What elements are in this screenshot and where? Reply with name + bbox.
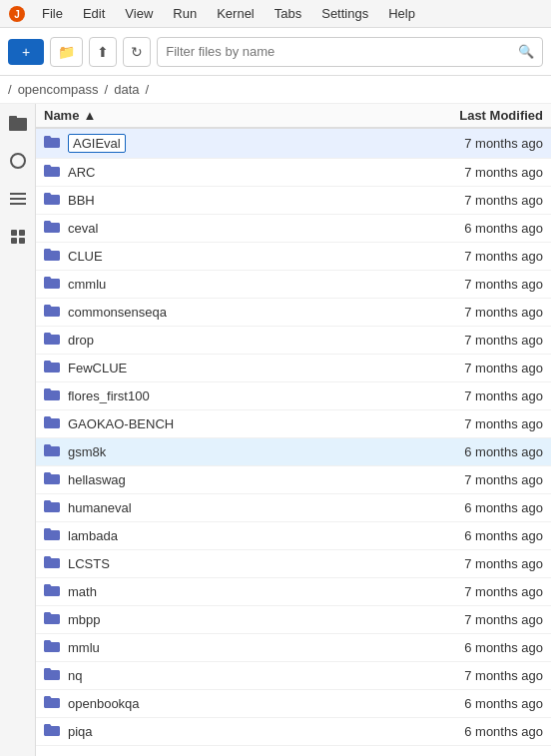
table-row[interactable]: AGIEval7 months ago xyxy=(36,129,551,159)
file-name-text[interactable]: AGIEval xyxy=(68,134,126,153)
table-row[interactable]: CLUE7 months ago xyxy=(36,243,551,271)
file-name-cell: ceval xyxy=(44,220,413,237)
table-row[interactable]: math7 months ago xyxy=(36,578,551,606)
sidebar-item-circle[interactable] xyxy=(7,150,29,172)
table-row[interactable]: drop7 months ago xyxy=(36,327,551,355)
sidebar-item-list[interactable] xyxy=(7,188,29,210)
file-name-text: GAOKAO-BENCH xyxy=(68,416,174,431)
plus-icon: + xyxy=(22,44,30,60)
menu-settings[interactable]: Settings xyxy=(317,4,372,23)
table-row[interactable]: nq7 months ago xyxy=(36,662,551,690)
svg-rect-8 xyxy=(11,230,17,236)
folder-icon xyxy=(44,332,60,349)
col-modified-header[interactable]: Last Modified xyxy=(413,108,543,123)
table-row[interactable]: openbookqa6 months ago xyxy=(36,690,551,718)
table-row[interactable]: commonsenseqa7 months ago xyxy=(36,299,551,327)
file-name-cell: FewCLUE xyxy=(44,360,413,377)
menu-run[interactable]: Run xyxy=(169,4,201,23)
file-list-container[interactable]: Name ▲ Last Modified AGIEval7 months ago… xyxy=(36,104,551,756)
svg-rect-3 xyxy=(9,116,17,119)
col-name-header[interactable]: Name ▲ xyxy=(44,108,413,123)
table-row[interactable]: GAOKAO-BENCH7 months ago xyxy=(36,410,551,438)
svg-rect-7 xyxy=(10,203,26,205)
file-rows: AGIEval7 months ago ARC7 months ago BBH7… xyxy=(36,129,551,746)
table-row[interactable]: ARC7 months ago xyxy=(36,159,551,187)
file-name-cell: GAOKAO-BENCH xyxy=(44,415,413,432)
new-button[interactable]: + xyxy=(8,39,44,65)
breadcrumb-root[interactable]: / xyxy=(8,82,12,97)
folder-icon xyxy=(44,639,60,656)
table-row[interactable]: piqa6 months ago xyxy=(36,718,551,746)
menu-file[interactable]: File xyxy=(38,4,67,23)
file-name-cell: LCSTS xyxy=(44,555,413,572)
file-name-cell: openbookqa xyxy=(44,695,413,712)
file-name-cell: mmlu xyxy=(44,639,413,656)
sort-icon: ▲ xyxy=(83,108,96,123)
file-name-text: LCSTS xyxy=(68,556,110,571)
svg-rect-6 xyxy=(10,198,26,200)
file-name-cell: math xyxy=(44,583,413,600)
sidebar-item-folder[interactable] xyxy=(7,112,29,134)
table-row[interactable]: BBH7 months ago xyxy=(36,187,551,215)
file-name-text: mbpp xyxy=(68,612,101,627)
table-row[interactable]: humaneval6 months ago xyxy=(36,494,551,522)
folder-icon xyxy=(44,415,60,432)
folder-icon xyxy=(44,611,60,628)
menu-kernel[interactable]: Kernel xyxy=(213,4,259,23)
file-name-cell: lambada xyxy=(44,527,413,544)
file-modified-cell: 7 months ago xyxy=(413,165,543,180)
file-name-text: humaneval xyxy=(68,500,132,515)
app-logo: J xyxy=(8,5,26,23)
file-modified-cell: 6 months ago xyxy=(413,528,543,543)
breadcrumb-opencompass[interactable]: opencompass xyxy=(18,82,99,97)
table-row[interactable]: mbpp7 months ago xyxy=(36,606,551,634)
breadcrumb-slash2: / xyxy=(105,82,109,97)
folder-icon xyxy=(44,555,60,572)
folder-icon xyxy=(44,276,60,293)
refresh-icon: ↻ xyxy=(131,44,143,60)
file-modified-cell: 7 months ago xyxy=(413,136,543,151)
file-name-cell: mbpp xyxy=(44,611,413,628)
svg-point-4 xyxy=(11,154,25,168)
table-row[interactable]: cmmlu7 months ago xyxy=(36,271,551,299)
upload-folder-button[interactable]: 📁 xyxy=(50,37,83,67)
folder-icon xyxy=(44,499,60,516)
refresh-button[interactable]: ↻ xyxy=(123,37,151,67)
search-input[interactable] xyxy=(166,44,512,59)
upload-file-button[interactable]: ⬆ xyxy=(89,37,117,67)
breadcrumb: / opencompass / data / xyxy=(0,76,551,104)
table-row[interactable]: LCSTS7 months ago xyxy=(36,550,551,578)
table-row[interactable]: flores_first1007 months ago xyxy=(36,382,551,410)
menu-view[interactable]: View xyxy=(121,4,157,23)
file-modified-cell: 7 months ago xyxy=(413,472,543,487)
table-row[interactable]: mmlu6 months ago xyxy=(36,634,551,662)
file-name-cell: gsm8k xyxy=(44,443,413,460)
sidebar xyxy=(0,104,36,756)
breadcrumb-data[interactable]: data xyxy=(114,82,139,97)
table-row[interactable]: gsm8k6 months ago xyxy=(36,438,551,466)
file-name-text: hellaswag xyxy=(68,472,126,487)
table-row[interactable]: hellaswag7 months ago xyxy=(36,466,551,494)
menu-tabs[interactable]: Tabs xyxy=(271,4,305,23)
folder-icon xyxy=(44,443,60,460)
breadcrumb-slash3: / xyxy=(146,82,150,97)
file-name-text: ceval xyxy=(68,221,98,236)
sidebar-item-puzzle[interactable] xyxy=(7,226,29,248)
table-row[interactable]: FewCLUE7 months ago xyxy=(36,355,551,382)
upload-icon: ⬆ xyxy=(97,44,109,60)
file-name-cell: humaneval xyxy=(44,499,413,516)
folder-icon xyxy=(44,583,60,600)
folder-icon xyxy=(44,304,60,321)
svg-rect-2 xyxy=(9,118,27,131)
table-row[interactable]: lambada6 months ago xyxy=(36,522,551,550)
menu-edit[interactable]: Edit xyxy=(79,4,109,23)
table-row[interactable]: ceval6 months ago xyxy=(36,215,551,243)
file-modified-cell: 7 months ago xyxy=(413,305,543,320)
file-name-cell: drop xyxy=(44,332,413,349)
file-name-text: BBH xyxy=(68,193,95,208)
file-name-text: gsm8k xyxy=(68,444,106,459)
file-modified-cell: 6 months ago xyxy=(413,500,543,515)
menu-help[interactable]: Help xyxy=(384,4,419,23)
file-modified-cell: 7 months ago xyxy=(413,333,543,348)
folder-icon xyxy=(44,192,60,209)
